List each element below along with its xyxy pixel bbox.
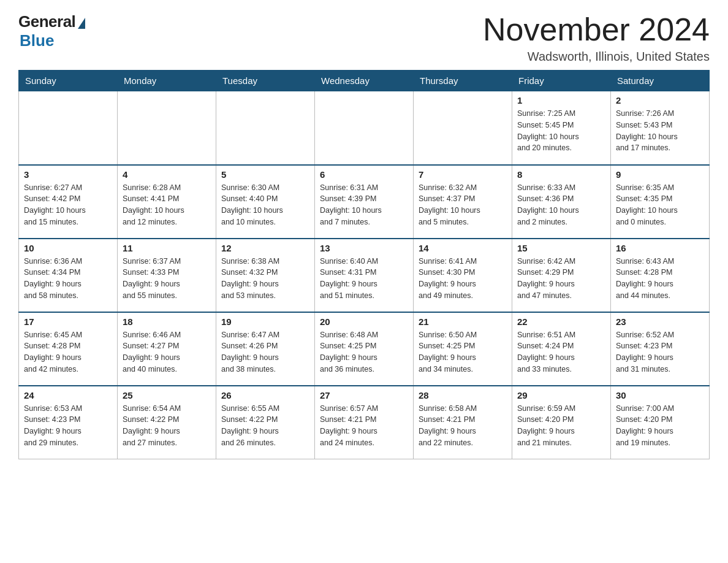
calendar-day-cell: 28Sunrise: 6:58 AM Sunset: 4:21 PM Dayli… — [414, 386, 512, 459]
calendar-week-row: 24Sunrise: 6:53 AM Sunset: 4:23 PM Dayli… — [19, 386, 710, 459]
day-info: Sunrise: 6:30 AM Sunset: 4:40 PM Dayligh… — [221, 182, 309, 228]
day-info: Sunrise: 6:47 AM Sunset: 4:26 PM Dayligh… — [221, 329, 309, 375]
calendar-day-cell — [19, 91, 118, 165]
calendar-day-cell: 5Sunrise: 6:30 AM Sunset: 4:40 PM Daylig… — [216, 165, 315, 239]
day-info: Sunrise: 6:38 AM Sunset: 4:32 PM Dayligh… — [221, 256, 309, 302]
day-number: 9 — [616, 169, 704, 180]
day-info: Sunrise: 6:57 AM Sunset: 4:21 PM Dayligh… — [320, 403, 408, 449]
day-number: 23 — [616, 316, 704, 327]
day-info: Sunrise: 6:42 AM Sunset: 4:29 PM Dayligh… — [517, 256, 605, 302]
logo-general-text: General — [18, 12, 75, 31]
day-info: Sunrise: 6:41 AM Sunset: 4:30 PM Dayligh… — [419, 256, 507, 302]
month-title: November 2024 — [483, 12, 710, 47]
calendar-header-tuesday: Tuesday — [216, 71, 315, 91]
calendar-header-saturday: Saturday — [611, 71, 710, 91]
calendar-day-cell: 10Sunrise: 6:36 AM Sunset: 4:34 PM Dayli… — [19, 239, 118, 312]
day-number: 29 — [517, 390, 605, 400]
day-number: 8 — [517, 169, 605, 180]
logo-blue-text: Blue — [20, 31, 54, 50]
calendar-day-cell: 6Sunrise: 6:31 AM Sunset: 4:39 PM Daylig… — [315, 165, 414, 239]
calendar-day-cell: 19Sunrise: 6:47 AM Sunset: 4:26 PM Dayli… — [216, 312, 315, 386]
calendar-header-monday: Monday — [118, 71, 216, 91]
day-number: 17 — [24, 316, 112, 327]
day-number: 26 — [221, 390, 309, 400]
day-info: Sunrise: 6:54 AM Sunset: 4:22 PM Dayligh… — [123, 403, 211, 449]
day-number: 15 — [517, 243, 605, 253]
day-number: 2 — [616, 95, 704, 105]
day-info: Sunrise: 6:27 AM Sunset: 4:42 PM Dayligh… — [24, 182, 112, 228]
day-number: 5 — [221, 169, 309, 180]
day-number: 27 — [320, 390, 408, 400]
calendar-day-cell: 13Sunrise: 6:40 AM Sunset: 4:31 PM Dayli… — [315, 239, 414, 312]
logo-arrow-icon — [78, 18, 85, 29]
calendar-header-row: SundayMondayTuesdayWednesdayThursdayFrid… — [19, 71, 710, 91]
day-number: 4 — [123, 169, 211, 180]
calendar-day-cell: 17Sunrise: 6:45 AM Sunset: 4:28 PM Dayli… — [19, 312, 118, 386]
calendar-day-cell — [315, 91, 414, 165]
day-info: Sunrise: 6:36 AM Sunset: 4:34 PM Dayligh… — [24, 256, 112, 302]
calendar-header-thursday: Thursday — [414, 71, 512, 91]
day-number: 1 — [517, 95, 605, 105]
calendar-week-row: 10Sunrise: 6:36 AM Sunset: 4:34 PM Dayli… — [19, 239, 710, 312]
calendar-day-cell: 8Sunrise: 6:33 AM Sunset: 4:36 PM Daylig… — [512, 165, 611, 239]
location-label: Wadsworth, Illinois, United States — [483, 50, 710, 64]
day-number: 20 — [320, 316, 408, 327]
day-number: 24 — [24, 390, 112, 400]
calendar-week-row: 17Sunrise: 6:45 AM Sunset: 4:28 PM Dayli… — [19, 312, 710, 386]
title-area: November 2024 Wadsworth, Illinois, Unite… — [483, 12, 710, 64]
day-number: 6 — [320, 169, 408, 180]
calendar-day-cell: 2Sunrise: 7:26 AM Sunset: 5:43 PM Daylig… — [611, 91, 710, 165]
day-info: Sunrise: 6:59 AM Sunset: 4:20 PM Dayligh… — [517, 403, 605, 449]
calendar-day-cell: 14Sunrise: 6:41 AM Sunset: 4:30 PM Dayli… — [414, 239, 512, 312]
calendar-day-cell: 29Sunrise: 6:59 AM Sunset: 4:20 PM Dayli… — [512, 386, 611, 459]
day-info: Sunrise: 6:43 AM Sunset: 4:28 PM Dayligh… — [616, 256, 704, 302]
calendar-week-row: 1Sunrise: 7:25 AM Sunset: 5:45 PM Daylig… — [19, 91, 710, 165]
day-info: Sunrise: 7:00 AM Sunset: 4:20 PM Dayligh… — [616, 403, 704, 449]
day-info: Sunrise: 6:31 AM Sunset: 4:39 PM Dayligh… — [320, 182, 408, 228]
calendar-day-cell: 23Sunrise: 6:52 AM Sunset: 4:23 PM Dayli… — [611, 312, 710, 386]
day-info: Sunrise: 6:35 AM Sunset: 4:35 PM Dayligh… — [616, 182, 704, 228]
day-info: Sunrise: 6:45 AM Sunset: 4:28 PM Dayligh… — [24, 329, 112, 375]
calendar-day-cell: 9Sunrise: 6:35 AM Sunset: 4:35 PM Daylig… — [611, 165, 710, 239]
calendar-day-cell — [414, 91, 512, 165]
page-header: General Blue November 2024 Wadsworth, Il… — [18, 12, 710, 64]
calendar-day-cell: 15Sunrise: 6:42 AM Sunset: 4:29 PM Dayli… — [512, 239, 611, 312]
calendar-day-cell: 11Sunrise: 6:37 AM Sunset: 4:33 PM Dayli… — [118, 239, 216, 312]
day-number: 19 — [221, 316, 309, 327]
calendar-day-cell — [216, 91, 315, 165]
day-info: Sunrise: 6:46 AM Sunset: 4:27 PM Dayligh… — [123, 329, 211, 375]
calendar-header-wednesday: Wednesday — [315, 71, 414, 91]
day-info: Sunrise: 6:51 AM Sunset: 4:24 PM Dayligh… — [517, 329, 605, 375]
day-info: Sunrise: 6:32 AM Sunset: 4:37 PM Dayligh… — [419, 182, 507, 228]
day-number: 7 — [419, 169, 507, 180]
day-number: 16 — [616, 243, 704, 253]
calendar-day-cell: 20Sunrise: 6:48 AM Sunset: 4:25 PM Dayli… — [315, 312, 414, 386]
day-number: 13 — [320, 243, 408, 253]
calendar-day-cell: 18Sunrise: 6:46 AM Sunset: 4:27 PM Dayli… — [118, 312, 216, 386]
day-info: Sunrise: 6:53 AM Sunset: 4:23 PM Dayligh… — [24, 403, 112, 449]
day-info: Sunrise: 6:37 AM Sunset: 4:33 PM Dayligh… — [123, 256, 211, 302]
day-number: 28 — [419, 390, 507, 400]
day-info: Sunrise: 6:50 AM Sunset: 4:25 PM Dayligh… — [419, 329, 507, 375]
calendar-week-row: 3Sunrise: 6:27 AM Sunset: 4:42 PM Daylig… — [19, 165, 710, 239]
day-info: Sunrise: 7:26 AM Sunset: 5:43 PM Dayligh… — [616, 108, 704, 154]
day-info: Sunrise: 6:40 AM Sunset: 4:31 PM Dayligh… — [320, 256, 408, 302]
day-info: Sunrise: 6:33 AM Sunset: 4:36 PM Dayligh… — [517, 182, 605, 228]
day-number: 3 — [24, 169, 112, 180]
calendar-day-cell: 30Sunrise: 7:00 AM Sunset: 4:20 PM Dayli… — [611, 386, 710, 459]
logo: General Blue — [18, 12, 85, 50]
day-info: Sunrise: 6:28 AM Sunset: 4:41 PM Dayligh… — [123, 182, 211, 228]
day-number: 12 — [221, 243, 309, 253]
day-number: 14 — [419, 243, 507, 253]
calendar-day-cell: 4Sunrise: 6:28 AM Sunset: 4:41 PM Daylig… — [118, 165, 216, 239]
calendar-day-cell: 21Sunrise: 6:50 AM Sunset: 4:25 PM Dayli… — [414, 312, 512, 386]
day-number: 21 — [419, 316, 507, 327]
calendar-day-cell: 25Sunrise: 6:54 AM Sunset: 4:22 PM Dayli… — [118, 386, 216, 459]
calendar-day-cell: 1Sunrise: 7:25 AM Sunset: 5:45 PM Daylig… — [512, 91, 611, 165]
calendar-day-cell — [118, 91, 216, 165]
calendar-day-cell: 7Sunrise: 6:32 AM Sunset: 4:37 PM Daylig… — [414, 165, 512, 239]
calendar-day-cell: 22Sunrise: 6:51 AM Sunset: 4:24 PM Dayli… — [512, 312, 611, 386]
day-number: 25 — [123, 390, 211, 400]
calendar-day-cell: 3Sunrise: 6:27 AM Sunset: 4:42 PM Daylig… — [19, 165, 118, 239]
day-info: Sunrise: 6:52 AM Sunset: 4:23 PM Dayligh… — [616, 329, 704, 375]
